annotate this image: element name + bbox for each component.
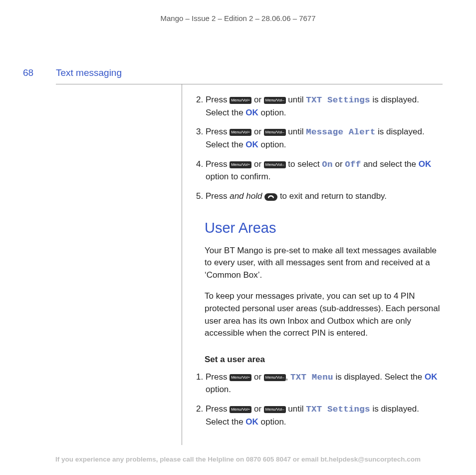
section-title: Text messaging xyxy=(56,67,122,78)
text: If you experience any problems, please c… xyxy=(55,456,246,463)
text: or xyxy=(251,127,264,136)
text: option to confirm. xyxy=(206,172,270,181)
text: or xyxy=(291,456,301,463)
menu-vol-minus-key-icon: Menu/Vol– xyxy=(264,161,286,168)
text: to exit and return to standby. xyxy=(277,191,387,201)
lcd-text: TXT Settings xyxy=(306,405,370,414)
vertical-rule xyxy=(182,84,182,445)
footer-helpline: If you experience any problems, please c… xyxy=(0,456,476,463)
ok-label: OK xyxy=(419,159,432,169)
text: Press xyxy=(206,95,230,104)
ok-label: OK xyxy=(245,140,258,149)
text: and select the xyxy=(361,159,418,169)
ok-label: OK xyxy=(245,108,258,117)
step-1: Press Menu/Vol+ or Menu/Vol–, TXT Menu i… xyxy=(206,371,442,396)
paragraph: To keep your messages private, you can s… xyxy=(205,290,442,340)
text: until xyxy=(286,404,306,414)
text: until xyxy=(286,127,306,136)
text: option. xyxy=(206,385,231,394)
menu-vol-plus-key-icon: Menu/Vol+ xyxy=(230,129,251,136)
header-meta: Mango – Issue 2 – Edition 2 – 28.06.06 –… xyxy=(0,14,476,22)
text: or xyxy=(251,372,264,382)
lcd-text: TXT Settings xyxy=(306,95,370,105)
step-3: Press Menu/Vol+ or Menu/Vol– until Messa… xyxy=(206,126,442,151)
menu-vol-minus-key-icon: Menu/Vol– xyxy=(264,374,286,381)
text: Press xyxy=(206,404,230,414)
text: option. xyxy=(258,417,286,427)
text: Press xyxy=(206,191,230,201)
text: is displayed. Select the xyxy=(333,372,425,382)
ok-label: OK xyxy=(425,372,438,382)
menu-vol-minus-key-icon: Menu/Vol– xyxy=(264,406,286,413)
user-areas-heading: User Areas xyxy=(205,217,442,238)
lcd-text: Off xyxy=(345,160,361,169)
text: or xyxy=(251,95,264,104)
menu-vol-plus-key-icon: Menu/Vol+ xyxy=(230,161,251,168)
ok-label: OK xyxy=(245,417,258,427)
step-2: Press Menu/Vol+ or Menu/Vol– until TXT S… xyxy=(206,403,442,428)
steps-list-1: Press Menu/Vol+ or Menu/Vol– until TXT S… xyxy=(194,94,442,202)
step-5: Press and hold to exit and return to sta… xyxy=(206,190,442,203)
steps-list-2: Press Menu/Vol+ or Menu/Vol–, TXT Menu i… xyxy=(194,371,442,429)
subheading-set-user-area: Set a user area xyxy=(205,354,442,366)
menu-vol-minus-key-icon: Menu/Vol– xyxy=(264,97,286,104)
text: Press xyxy=(206,127,230,136)
lcd-text: Message Alert xyxy=(306,127,375,137)
phone-key-icon xyxy=(264,193,277,201)
page-number: 68 xyxy=(23,67,33,78)
step-2: Press Menu/Vol+ or Menu/Vol– until TXT S… xyxy=(206,94,442,119)
text: Press xyxy=(206,372,230,382)
menu-vol-minus-key-icon: Menu/Vol– xyxy=(264,129,286,136)
text: option. xyxy=(258,108,286,117)
menu-vol-plus-key-icon: Menu/Vol+ xyxy=(230,97,251,104)
menu-vol-plus-key-icon: Menu/Vol+ xyxy=(230,374,251,381)
step-4: Press Menu/Vol+ or Menu/Vol– to select O… xyxy=(206,158,442,183)
emphasis-text: and hold xyxy=(230,191,262,201)
helpline-phone: 0870 605 8047 xyxy=(246,456,291,463)
text: until xyxy=(286,95,306,104)
paragraph: Your BT Mango is pre-set to make all tex… xyxy=(205,245,442,282)
lcd-text: TXT Menu xyxy=(290,373,333,382)
text: , xyxy=(286,372,290,382)
text: to select xyxy=(286,159,322,169)
content-column: Press Menu/Vol+ or Menu/Vol– until TXT S… xyxy=(194,94,442,442)
lcd-text: On xyxy=(322,160,332,169)
text: or xyxy=(333,159,345,169)
text: or xyxy=(251,159,264,169)
manual-page: Mango – Issue 2 – Edition 2 – 28.06.06 –… xyxy=(0,0,476,475)
text: or xyxy=(251,404,264,414)
menu-vol-plus-key-icon: Menu/Vol+ xyxy=(230,406,251,413)
text: option. xyxy=(258,140,286,149)
horizontal-rule xyxy=(56,84,443,84)
text: Press xyxy=(206,159,230,169)
helpline-email: email bt.helpdesk@suncorptech.com xyxy=(301,456,421,463)
